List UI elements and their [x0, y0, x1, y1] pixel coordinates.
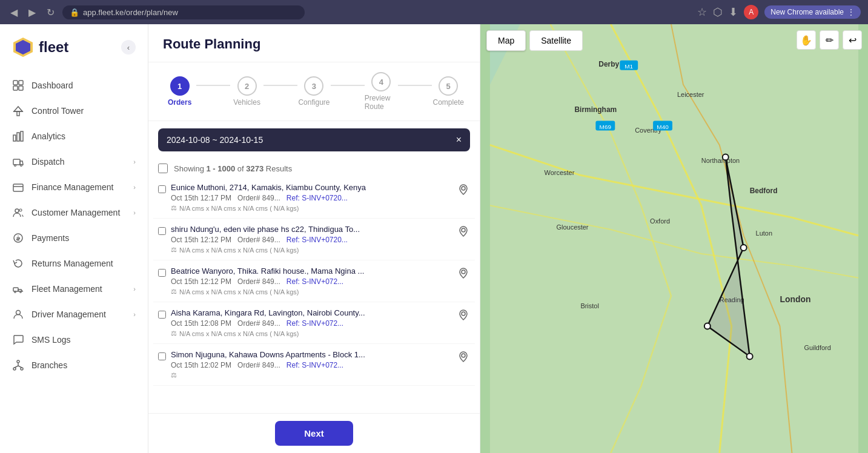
svg-text:Oxford: Oxford: [650, 217, 670, 225]
svg-point-25: [13, 368, 16, 370]
sidebar-item-driver[interactable]: Driver Management ›: [0, 302, 148, 327]
next-button[interactable]: Next: [275, 421, 353, 446]
step-circle-5: 5: [439, 76, 458, 96]
order-location-btn-4[interactable]: [457, 308, 470, 322]
map-svg: Derby Birmingham Leicester Coventry Worc…: [480, 24, 868, 453]
order-location-btn-1[interactable]: [457, 183, 470, 196]
forward-button[interactable]: ▶: [25, 5, 39, 19]
sidebar-item-label: Finance Management: [31, 182, 113, 192]
order-dims-1: ⚖ N/A cms x N/A cms x N/A cms ( N/A kgs): [171, 204, 452, 212]
order-details-1: Eunice Muthoni, 2714, Kamakis, Kiambu Co…: [171, 183, 452, 212]
select-all-checkbox[interactable]: [158, 164, 168, 173]
sidebar-collapse-button[interactable]: ‹: [121, 40, 136, 55]
svg-rect-2: [13, 81, 18, 85]
svg-text:Luton: Luton: [756, 230, 772, 237]
order-meta-3: Oct 15th 12:12 PM Order# 849... Ref: S-I…: [171, 277, 452, 286]
main-content: Route Planning 1 Orders 2: [148, 24, 868, 453]
map-tab-satellite[interactable]: Satellite: [529, 30, 583, 51]
step-vehicles: 2 Vehicles: [230, 76, 263, 107]
svg-point-34: [462, 354, 465, 357]
payments-icon: [12, 232, 24, 244]
url-text: app.fleet.ke/order/plan/new: [83, 8, 178, 17]
app-body: fleet ‹ Dashboard: [0, 24, 868, 453]
step-label-configure: Configure: [298, 98, 330, 107]
location-icon: [458, 184, 469, 195]
svg-rect-5: [19, 86, 23, 90]
order-location-btn-5[interactable]: [457, 350, 470, 363]
order-item: Beatrice Wanyoro, Thika. Rafiki house., …: [153, 260, 475, 302]
browser-actions: ☆ ⬡ ⬇ A New Chrome available ⋮: [697, 5, 861, 19]
sidebar-item-finance[interactable]: Finance Management ›: [0, 174, 148, 200]
step-label-complete: Complete: [433, 98, 464, 107]
star-icon[interactable]: ☆: [697, 5, 707, 19]
sidebar-item-dispatch[interactable]: Dispatch ›: [0, 149, 148, 174]
map-hand-tool[interactable]: ✋: [797, 30, 816, 50]
order-location-btn-2[interactable]: [457, 225, 470, 238]
order-location-btn-3[interactable]: [457, 266, 470, 280]
svg-point-22: [20, 291, 22, 293]
step-label-orders: Orders: [168, 98, 191, 107]
map-pen-tool[interactable]: ✏: [820, 30, 839, 50]
svg-text:Birmingham: Birmingham: [574, 105, 617, 114]
avatar[interactable]: A: [744, 5, 758, 19]
truck-icon: [12, 156, 24, 168]
url-bar[interactable]: 🔒 app.fleet.ke/order/plan/new: [62, 5, 305, 19]
sidebar-item-returns[interactable]: Returns Management: [0, 251, 148, 276]
new-chrome-badge[interactable]: New Chrome available ⋮: [764, 5, 861, 19]
location-icon: [458, 226, 469, 237]
branches-icon: [12, 359, 24, 371]
order-checkbox-2[interactable]: [158, 227, 166, 235]
order-name-3: Beatrice Wanyoro, Thika. Rafiki house., …: [171, 266, 452, 276]
svg-point-54: [747, 353, 753, 359]
returns-icon: [12, 257, 24, 269]
step-circle-2: 2: [237, 76, 257, 96]
svg-point-30: [462, 187, 465, 190]
grid-icon: [12, 79, 24, 91]
sidebar-item-analytics[interactable]: Analytics: [0, 124, 148, 149]
svg-point-17: [15, 209, 19, 213]
order-meta-1: Oct 15th 12:17 PM Order# 849... Ref: S-I…: [171, 194, 452, 202]
order-item: Simon Njuguna, Kahawa Downs Apartments -…: [153, 344, 475, 386]
map-undo-tool[interactable]: ↩: [843, 30, 862, 50]
sidebar-item-label: Driver Management: [31, 309, 106, 319]
sidebar-item-dashboard[interactable]: Dashboard: [0, 73, 148, 98]
driver-icon: [12, 308, 24, 320]
svg-point-31: [462, 228, 465, 232]
svg-point-53: [704, 323, 711, 329]
map-controls: Map Satellite: [486, 30, 583, 51]
map-tab-map[interactable]: Map: [486, 30, 526, 51]
sidebar-item-control-tower[interactable]: Control Tower: [0, 98, 148, 124]
svg-text:M69: M69: [600, 124, 612, 130]
sidebar-item-branches[interactable]: Branches: [0, 352, 148, 378]
step-circle-1: 1: [170, 76, 190, 96]
order-checkbox-4[interactable]: [158, 311, 166, 319]
svg-line-28: [15, 366, 18, 368]
step-connector-1: [196, 85, 230, 86]
order-checkbox-5[interactable]: [158, 352, 166, 360]
results-showing: Showing 1 - 1000 of 3273 Results: [174, 164, 292, 173]
sidebar-item-label: SMS Logs: [31, 335, 71, 345]
order-name-1: Eunice Muthoni, 2714, Kamakis, Kiambu Co…: [171, 183, 452, 192]
logo-text: fleet: [39, 39, 68, 56]
sidebar-item-label: Branches: [31, 360, 67, 370]
sidebar-item-fleet[interactable]: Fleet Management ›: [0, 276, 148, 302]
download-icon[interactable]: ⬇: [729, 5, 738, 19]
svg-point-24: [17, 360, 19, 363]
back-button[interactable]: ◀: [7, 5, 21, 19]
order-checkbox-3[interactable]: [158, 269, 166, 277]
map-placeholder: Derby Birmingham Leicester Coventry Worc…: [480, 24, 868, 453]
svg-rect-20: [13, 288, 18, 291]
sidebar-item-sms[interactable]: SMS Logs: [0, 327, 148, 352]
step-complete: 5 Complete: [432, 76, 465, 107]
extensions-icon[interactable]: ⬡: [713, 5, 723, 19]
svg-point-13: [15, 165, 16, 167]
reload-button[interactable]: ↻: [44, 5, 58, 19]
filter-close-button[interactable]: ×: [456, 134, 462, 145]
svg-text:Leicester: Leicester: [677, 91, 704, 98]
order-checkbox-1[interactable]: [158, 185, 166, 193]
svg-point-26: [21, 368, 23, 370]
svg-rect-6: [17, 111, 19, 116]
sidebar-item-payments[interactable]: Payments: [0, 225, 148, 251]
sidebar-item-customer[interactable]: Customer Management ›: [0, 200, 148, 225]
filter-date-range: 2024-10-08 ~ 2024-10-15: [167, 135, 263, 145]
